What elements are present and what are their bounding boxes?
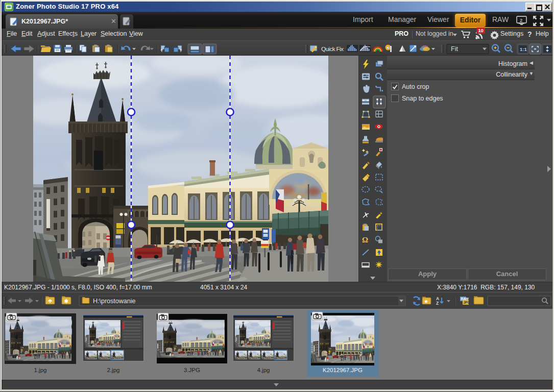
svg-text:RAW: RAW [461, 297, 469, 301]
svg-text:2: 2 [520, 17, 522, 23]
svg-text:2.jpg: 2.jpg [107, 367, 120, 373]
svg-text:Fit: Fit [451, 45, 458, 53]
svg-text:JPG: JPG [464, 301, 470, 304]
svg-text:★: ★ [424, 299, 428, 304]
svg-text:1.jpg: 1.jpg [34, 367, 47, 373]
svg-text:K2012967.JPG: K2012967.JPG [323, 367, 363, 373]
svg-text:4.jpg: 4.jpg [257, 367, 270, 373]
svg-text:✱: ✱ [64, 298, 68, 304]
svg-text:Ω: Ω [362, 236, 368, 244]
svg-text:Z: Z [436, 301, 439, 306]
svg-text:H:\prostowanie: H:\prostowanie [93, 298, 135, 305]
svg-text:3.JPG: 3.JPG [184, 367, 200, 373]
svg-text:?: ? [387, 45, 390, 50]
svg-text:Quick Fix: Quick Fix [321, 45, 344, 53]
svg-text:1:1: 1:1 [520, 46, 527, 52]
